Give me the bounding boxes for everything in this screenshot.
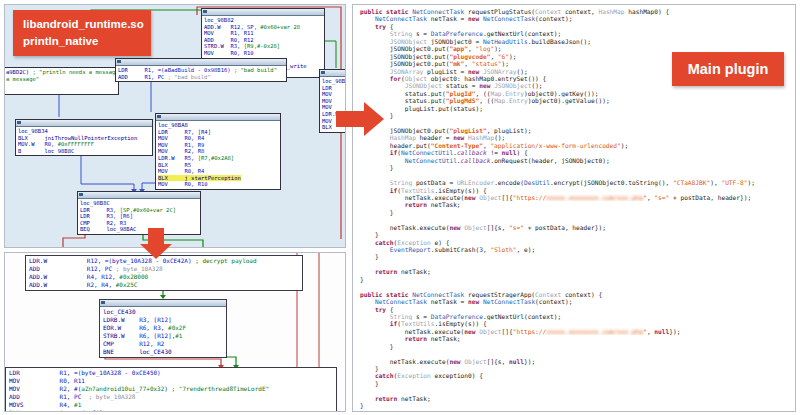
disasm-block-decrypt[interactable]: LDR.W R12, =(byte_10A328 - 0xCE42A) ; de… [25, 255, 303, 291]
annotation-arrow-right-shaft [336, 111, 365, 127]
ida-disasm-panel[interactable]: LDR.W R12, =(byte_10A328 - 0xCE42A) ; de… [4, 252, 346, 412]
block-title-bar[interactable] [100, 300, 226, 307]
block-title-bar[interactable] [202, 9, 324, 16]
basic-block-message-string[interactable]: a9BD2C) ; "println needs a message"a mes… [4, 67, 119, 95]
block-code: a9BD2C) ; "println needs a message"a mes… [4, 68, 118, 83]
block-code: LDR.W R12, =(byte_10A328 - 0xCE42A) ; de… [26, 256, 302, 290]
annotation-label-main-plugin: Main plugin [672, 52, 784, 86]
malware-analysis-figure: { "labels": { "lib_line1": "libandroid_r… [0, 0, 800, 415]
block-title-bar[interactable] [320, 70, 346, 77]
annotation-arrow-right-icon [364, 102, 384, 136]
block-code: LDR R1, =(aBadBuild - 0x98B16) ; "bad bu… [116, 66, 286, 81]
label-line2: println_native [23, 33, 151, 50]
block-title-bar[interactable] [16, 120, 152, 127]
disasm-block-savedex[interactable]: LDR R1, =(byte_10A328 - 0xCE450)MOV R0, … [5, 367, 337, 412]
basic-block-loc-98ba8[interactable]: loc_98BA8LDR R7, [R4]MOV R0, R4MOV R1, R… [155, 113, 281, 190]
ida-graph-panel[interactable]: libandroid_runtime.so println_native loc… [4, 4, 346, 248]
disasm-block-loc-ce430[interactable]: loc_CE430LDRB.W R3, [R12]EOR.W R6, R3, #… [99, 299, 227, 358]
block-code: loc_CE430LDRB.W R3, [R12]EOR.W R6, R3, #… [100, 307, 226, 357]
basic-block-loc-98b8c[interactable]: loc_98B8CLDR R3, [SP,#0x60+var_2C]LDR R3… [77, 191, 201, 235]
annotation-label-libandroid: libandroid_runtime.so println_native [13, 10, 151, 56]
basic-block-bad-build[interactable]: LDR R1, =(aBadBuild - 0x98B16) ; "bad bu… [115, 58, 287, 82]
label-line1: libandroid_runtime.so [23, 16, 151, 33]
basic-block-loc-98b34[interactable]: loc_98B34BLX jniThrowNullPointerExceptio… [15, 119, 153, 156]
block-title-bar[interactable] [116, 59, 286, 66]
block-code: loc_98B8CLDR R3, [SP,#0x60+var_2C]LDR R3… [78, 199, 200, 234]
block-code: loc_98B34BLX jniThrowNullPointerExceptio… [16, 127, 152, 155]
block-title-bar[interactable] [156, 114, 280, 121]
block-code: loc_98BA8LDR R7, [R4]MOV R0, R4MOV R1, R… [156, 121, 280, 189]
block-code: LDR R1, =(byte_10A328 - 0xCE450)MOV R0, … [6, 368, 336, 412]
annotation-arrow-down-icon [140, 244, 172, 259]
block-title-bar[interactable] [78, 192, 200, 199]
annotation-arrow-down-shaft [148, 228, 164, 245]
